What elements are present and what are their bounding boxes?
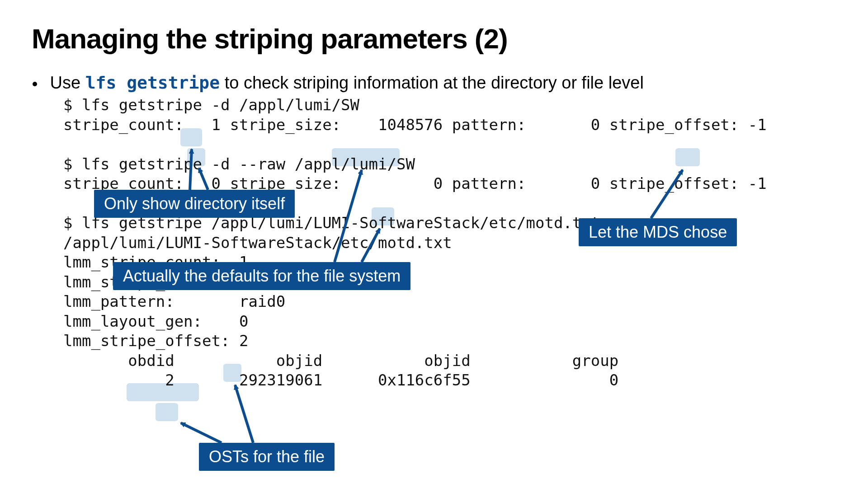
code-l2: stripe_count: 1 stripe_size: 1048576 pat… bbox=[63, 116, 767, 134]
page-title: Managing the striping parameters (2) bbox=[32, 23, 836, 55]
svg-line-5 bbox=[235, 385, 253, 443]
code-l15: 2 292319061 0x116c6f55 0 bbox=[63, 371, 618, 389]
code-l13: lmm_stripe_offset: 2 bbox=[63, 332, 248, 350]
callout-mds: Let the MDS chose bbox=[579, 218, 737, 246]
bullet-suffix: to check striping information at the dir… bbox=[220, 73, 644, 92]
bullet-line: Use lfs getstripe to check striping info… bbox=[45, 73, 836, 93]
code-l12: lmm_layout_gen: 0 bbox=[63, 312, 248, 330]
bullet-prefix: Use bbox=[50, 73, 85, 92]
code-l8: /appl/lumi/LUMI-SoftwareStack/etc/motd.t… bbox=[63, 234, 452, 252]
callout-osts: OSTs for the file bbox=[199, 443, 335, 471]
code-l11: lmm_pattern: raid0 bbox=[63, 292, 285, 310]
slide: Managing the striping parameters (2) Use… bbox=[0, 0, 868, 488]
svg-line-6 bbox=[181, 423, 222, 443]
code-l4: $ lfs getstripe -d --raw /appl/lumi/SW bbox=[63, 155, 415, 173]
bullet-cmd: lfs getstripe bbox=[85, 73, 220, 93]
bullet-dot bbox=[33, 82, 37, 86]
callout-dir-only: Only show directory itself bbox=[94, 190, 295, 218]
callout-defaults: Actually the defaults for the file syste… bbox=[113, 262, 410, 290]
hl-obdid-val bbox=[156, 403, 178, 421]
code-l14: obdid objid objid group bbox=[63, 352, 618, 370]
code-l1: $ lfs getstripe -d /appl/lumi/SW bbox=[63, 96, 359, 114]
